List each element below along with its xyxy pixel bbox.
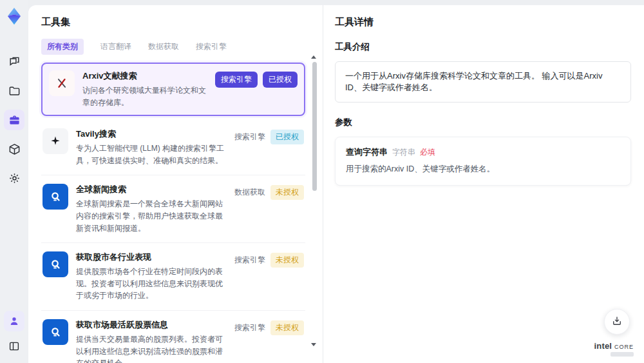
- tool-detail-panel: 工具详情 工具介绍 一个用于从Arxiv存储库搜索科学论文和文章的工具。 输入可…: [323, 5, 644, 363]
- category-label: 数据获取: [234, 187, 265, 198]
- tool-list-panel: 工具集 所有类别 语言翻译 数据获取 搜索引擎 A: [28, 5, 323, 363]
- settings-nav-button[interactable]: [4, 168, 24, 188]
- rail-bottom: [4, 311, 24, 357]
- authorized-button[interactable]: 已授权: [263, 72, 298, 88]
- left-rail: [0, 0, 28, 363]
- download-icon: [611, 315, 623, 329]
- tool-description: 访问各个研究领域大量科学论文和文章的存储库。: [82, 84, 207, 108]
- main-sheet: 工具集 所有类别 语言翻译 数据获取 搜索引擎 A: [28, 5, 644, 363]
- tool-meta: 数据获取 未授权: [234, 184, 304, 200]
- scrollbar-down-arrow[interactable]: [311, 343, 316, 346]
- tools-nav-button[interactable]: [4, 110, 24, 130]
- download-button[interactable]: [604, 309, 630, 335]
- tab-data-acquisition[interactable]: 数据获取: [148, 39, 179, 55]
- folder-icon: [8, 85, 21, 97]
- category-label: 搜索引擎: [234, 255, 265, 266]
- param-description: 用于搜索的Arxiv ID、关键字或作者姓名。: [346, 164, 620, 175]
- tavily-sparkle-icon: [43, 128, 68, 154]
- status-badge: 未授权: [270, 185, 304, 200]
- arxiv-logo-icon: [49, 70, 75, 96]
- cube-icon: [8, 143, 21, 155]
- tool-description: 全球新闻搜索是一个聚合全球各大新闻网站内容的搜索引擎，帮助用户快速获取全球最新资…: [76, 198, 227, 234]
- intel-core-branding: intel core: [594, 341, 634, 357]
- detail-title: 工具详情: [335, 16, 631, 28]
- user-icon: [8, 315, 20, 327]
- briefcase-icon: [8, 114, 21, 126]
- tool-description: 专为人工智能代理 (LLM) 构建的搜索引擎工具，可快速提供实时、准确和真实的结…: [76, 142, 227, 166]
- app-logo-icon: [5, 6, 24, 26]
- tool-name: Tavily搜索: [76, 128, 227, 140]
- param-type: 字符串: [392, 147, 415, 158]
- tool-item-body: Tavily搜索 专为人工智能代理 (LLM) 构建的搜索引擎工具，可快速提供实…: [76, 128, 227, 166]
- status-badge: 未授权: [270, 320, 304, 335]
- tool-meta: 搜索引擎 未授权: [234, 319, 304, 335]
- tool-item-arxiv[interactable]: Arxiv文献搜索 访问各个研究领域大量科学论文和文章的存储库。 搜索引擎 已授…: [41, 63, 305, 116]
- sidebar-toggle-icon: [8, 340, 20, 352]
- status-badge: 已授权: [270, 130, 304, 144]
- param-name: 查询字符串: [346, 146, 388, 158]
- tab-all-categories[interactable]: 所有类别: [41, 39, 84, 55]
- tool-item-most-active-stocks[interactable]: 获取市场最活跃股票信息 提供当天交易量最高的股票列表。投资者可以利用这些信息来识…: [41, 311, 305, 363]
- tool-item-body: 全球新闻搜索 全球新闻搜索是一个聚合全球各大新闻网站内容的搜索引擎，帮助用户快速…: [76, 184, 227, 234]
- tool-meta: 搜索引擎 已授权: [215, 70, 298, 88]
- rail-nav: [4, 52, 24, 188]
- files-nav-button[interactable]: [4, 81, 24, 101]
- tool-name: 获取市场最活跃股票信息: [76, 319, 227, 331]
- tool-meta: 搜索引擎 已授权: [234, 128, 304, 144]
- tool-item-body: 获取股市各行业表现 提供股票市场各个行业在特定时间段内的表现。投资者可以利用这些…: [76, 251, 227, 302]
- intro-heading: 工具介绍: [335, 41, 631, 53]
- collapse-panel-button[interactable]: [4, 336, 24, 357]
- tool-name: 全球新闻搜索: [76, 184, 227, 195]
- page-title: 工具集: [41, 16, 305, 28]
- tool-name: Arxiv文献搜索: [82, 70, 207, 82]
- tool-item-sector-performance[interactable]: 获取股市各行业表现 提供股票市场各个行业在特定时间段内的表现。投资者可以利用这些…: [41, 243, 305, 311]
- packages-nav-button[interactable]: [4, 139, 24, 159]
- category-label: 搜索引擎: [234, 322, 265, 333]
- tab-language-translation[interactable]: 语言翻译: [100, 39, 131, 55]
- brand-subtext: [611, 352, 634, 357]
- tab-search-engine[interactable]: 搜索引擎: [196, 39, 227, 55]
- news-provider-icon: [43, 319, 68, 345]
- param-card: 查询字符串 字符串 必填 用于搜索的Arxiv ID、关键字或作者姓名。: [335, 137, 631, 186]
- chat-nav-button[interactable]: [4, 52, 24, 72]
- params-heading: 参数: [335, 117, 631, 128]
- param-required-flag: 必填: [420, 147, 435, 158]
- category-label: 搜索引擎: [234, 132, 265, 142]
- tool-item-body: Arxiv文献搜索 访问各个研究领域大量科学论文和文章的存储库。: [82, 70, 207, 108]
- category-tabs: 所有类别 语言翻译 数据获取 搜索引擎: [41, 39, 305, 55]
- chat-icon: [8, 56, 21, 68]
- account-nav-button[interactable]: [4, 311, 24, 331]
- core-wordmark: core: [614, 341, 634, 351]
- news-provider-icon: [43, 251, 68, 277]
- app-root: 工具集 所有类别 语言翻译 数据获取 搜索引擎 A: [0, 0, 644, 363]
- intro-box: 一个用于从Arxiv存储库搜索科学论文和文章的工具。 输入可以是Arxiv ID…: [335, 61, 631, 103]
- intel-core-logo: intel core: [594, 341, 634, 351]
- news-provider-icon: [43, 184, 68, 210]
- tool-description: 提供股票市场各个行业在特定时间段内的表现。投资者可以利用这些信息来识别表现优于或…: [76, 266, 227, 302]
- tool-description: 提供当天交易量最高的股票列表。投资者可以利用这些信息来识别流动性强的股票和潜在的…: [76, 333, 227, 363]
- tool-list: Arxiv文献搜索 访问各个研究领域大量科学论文和文章的存储库。 搜索引擎 已授…: [41, 63, 305, 363]
- gear-icon: [8, 172, 21, 184]
- tool-item-tavily[interactable]: Tavily搜索 专为人工智能代理 (LLM) 构建的搜索引擎工具，可快速提供实…: [41, 120, 305, 175]
- status-badge: 未授权: [270, 253, 304, 268]
- tool-item-body: 获取市场最活跃股票信息 提供当天交易量最高的股票列表。投资者可以利用这些信息来识…: [76, 319, 227, 363]
- category-button[interactable]: 搜索引擎: [215, 72, 258, 88]
- intel-wordmark: intel: [594, 341, 612, 351]
- tool-meta: 搜索引擎 未授权: [234, 251, 304, 268]
- scrollbar-up-arrow[interactable]: [311, 55, 316, 59]
- tool-name: 获取股市各行业表现: [76, 251, 227, 263]
- param-head: 查询字符串 字符串 必填: [346, 146, 620, 158]
- tool-item-global-news[interactable]: 全球新闻搜索 全球新闻搜索是一个聚合全球各大新闻网站内容的搜索引擎，帮助用户快速…: [41, 175, 305, 243]
- scrollbar-thumb[interactable]: [312, 62, 317, 191]
